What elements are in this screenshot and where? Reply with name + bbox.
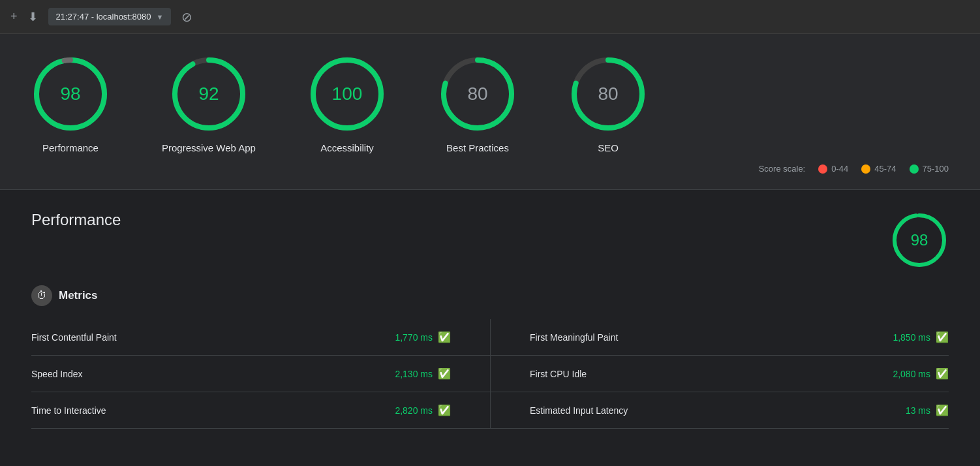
score-label-best-practices: Best Practices xyxy=(446,142,509,153)
gauge-performance: 98 xyxy=(31,55,110,133)
metric-row-si: Speed Index 2,130 ms ✅ xyxy=(31,356,490,392)
score-item-best-practices[interactable]: 80 Best Practices xyxy=(438,55,517,153)
metric-name-tti: Time to Interactive xyxy=(31,405,106,416)
url-display[interactable]: 21:27:47 - localhost:8080 ▼ xyxy=(48,8,172,25)
score-item-performance[interactable]: 98 Performance xyxy=(31,55,110,153)
metric-value-tti: 2,820 ms xyxy=(395,405,433,416)
check-icon-si: ✅ xyxy=(438,367,451,380)
score-label-performance: Performance xyxy=(42,142,99,153)
gauge-best-practices: 80 xyxy=(438,55,517,133)
scale-red: 0-44 xyxy=(818,164,848,174)
scale-green: 75-100 xyxy=(910,164,949,174)
url-text: 21:27:47 - localhost:8080 xyxy=(56,12,151,22)
large-gauge-number: 98 xyxy=(911,231,928,249)
gauge-accessibility: 100 xyxy=(308,55,386,133)
metric-value-row-eil: 13 ms ✅ xyxy=(906,404,949,416)
gauge-pwa: 92 xyxy=(170,55,248,133)
metric-value-eil: 13 ms xyxy=(906,405,930,416)
metric-value-fci: 2,080 ms xyxy=(893,369,930,379)
scores-row: 98 Performance 92 Progressive Web App xyxy=(31,55,949,153)
check-icon-tti: ✅ xyxy=(438,404,451,416)
metric-name-fcp: First Contentful Paint xyxy=(31,332,117,343)
metric-name-eil: Estimated Input Latency xyxy=(530,405,628,416)
section-title: Performance xyxy=(31,211,121,229)
gauge-seo: 80 xyxy=(569,55,647,133)
score-scale-label: Score scale: xyxy=(759,164,806,174)
gauge-number-performance: 98 xyxy=(60,84,80,104)
scale-orange: 45-74 xyxy=(861,164,896,174)
large-gauge-performance: 98 xyxy=(890,211,949,270)
scale-orange-range: 45-74 xyxy=(874,164,896,174)
check-icon-fcp: ✅ xyxy=(438,331,451,343)
score-label-seo: SEO xyxy=(598,142,619,153)
gauge-number-seo: 80 xyxy=(598,84,618,104)
metric-value-row-tti: 2,820 ms ✅ xyxy=(395,404,451,416)
metric-value-fmp: 1,850 ms xyxy=(893,332,930,343)
score-item-accessibility[interactable]: 100 Accessibility xyxy=(308,55,386,153)
metrics-title: Metrics xyxy=(59,289,98,302)
metrics-header: ⏱ Metrics xyxy=(31,285,949,306)
metric-name-si: Speed Index xyxy=(31,369,83,379)
url-dropdown-arrow[interactable]: ▼ xyxy=(157,13,164,21)
download-icon[interactable]: ⬇ xyxy=(28,10,38,24)
metric-name-fmp: First Meaningful Paint xyxy=(530,332,618,343)
metric-row-fcp: First Contentful Paint 1,770 ms ✅ xyxy=(31,319,490,356)
gauge-number-pwa: 92 xyxy=(198,84,219,104)
check-icon-fci: ✅ xyxy=(936,367,949,380)
metric-row-tti: Time to Interactive 2,820 ms ✅ xyxy=(31,392,490,429)
metric-value-row-fci: 2,080 ms ✅ xyxy=(893,367,949,380)
score-item-seo[interactable]: 80 SEO xyxy=(569,55,647,153)
metric-row-eil: Estimated Input Latency 13 ms ✅ xyxy=(490,392,949,429)
scores-section: 98 Performance 92 Progressive Web App xyxy=(0,34,980,189)
metric-value-row-fcp: 1,770 ms ✅ xyxy=(395,331,451,343)
check-icon-fmp: ✅ xyxy=(936,331,949,343)
dot-green xyxy=(910,164,919,174)
metrics-icon: ⏱ xyxy=(31,285,52,306)
stop-icon[interactable]: ⊘ xyxy=(181,9,192,25)
dot-orange xyxy=(861,164,870,174)
gauge-number-best-practices: 80 xyxy=(467,84,487,104)
scale-red-range: 0-44 xyxy=(831,164,848,174)
metric-value-row-si: 2,130 ms ✅ xyxy=(395,367,451,380)
score-label-accessibility: Accessibility xyxy=(320,142,374,153)
top-bar: + ⬇ 21:27:47 - localhost:8080 ▼ ⊘ xyxy=(0,0,980,34)
metric-value-fcp: 1,770 ms xyxy=(395,332,433,343)
metrics-grid: First Contentful Paint 1,770 ms ✅ First … xyxy=(31,319,949,429)
metric-value-si: 2,130 ms xyxy=(395,369,433,379)
dot-red xyxy=(818,164,827,174)
score-item-pwa[interactable]: 92 Progressive Web App xyxy=(162,55,256,153)
gauge-number-accessibility: 100 xyxy=(332,84,363,104)
metric-row-fci: First CPU Idle 2,080 ms ✅ xyxy=(490,356,949,392)
add-tab-icon[interactable]: + xyxy=(10,10,18,23)
score-scale: Score scale: 0-44 45-74 75-100 xyxy=(31,164,949,174)
scale-green-range: 75-100 xyxy=(923,164,949,174)
score-label-pwa: Progressive Web App xyxy=(162,142,256,153)
metric-value-row-fmp: 1,850 ms ✅ xyxy=(893,331,949,343)
main-content: Performance 98 ⏱ Metrics First Contentfu… xyxy=(0,190,980,450)
section-header: Performance 98 xyxy=(31,211,949,270)
metric-row-fmp: First Meaningful Paint 1,850 ms ✅ xyxy=(490,319,949,356)
check-icon-eil: ✅ xyxy=(936,404,949,416)
metric-name-fci: First CPU Idle xyxy=(530,369,587,379)
